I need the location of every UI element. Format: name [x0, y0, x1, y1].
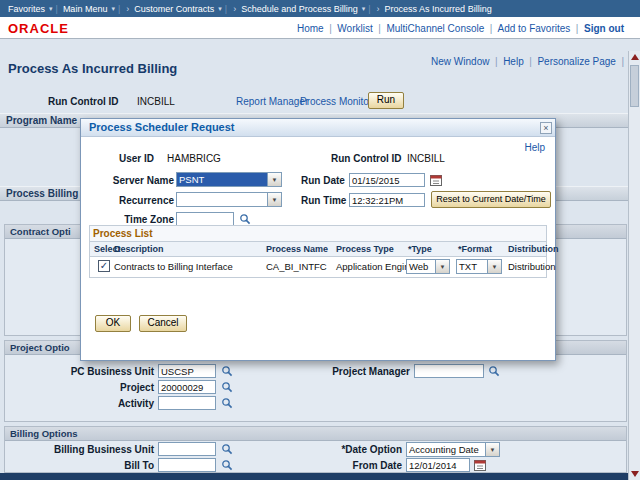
breadcrumb-separator: | [118, 4, 120, 14]
run-date-input[interactable] [349, 173, 425, 187]
page-title: Process As Incurred Billing [8, 61, 177, 76]
home-link[interactable]: Home [297, 23, 324, 34]
billing-business-unit-label: Billing Business Unit [36, 444, 154, 455]
row-format-select[interactable]: TXT ▼ [456, 259, 502, 274]
breadcrumb-separator: | [56, 4, 58, 14]
dropdown-arrow-icon: ▼ [267, 193, 281, 206]
run-button[interactable]: Run [368, 92, 404, 109]
bill-to-lookup-icon[interactable] [220, 458, 233, 471]
scroll-up-arrow-icon[interactable] [631, 54, 639, 60]
distribution-link[interactable]: Distribution [508, 261, 556, 272]
link-separator: | [573, 23, 581, 34]
sign-out-link[interactable]: Sign out [584, 23, 624, 34]
project-manager-label: Project Manager [330, 366, 410, 377]
breadcrumb-customer-contracts[interactable]: Customer Contracts [134, 4, 214, 14]
pc-business-unit-input[interactable] [158, 364, 216, 378]
pc-business-unit-lookup-icon[interactable] [220, 364, 233, 377]
report-manager-link[interactable]: Report Manager [236, 96, 308, 107]
row-process-type: Application Engine [336, 261, 415, 272]
process-list-row: Contracts to Billing Interface CA_BI_INT… [90, 257, 546, 277]
billing-business-unit-input[interactable] [158, 442, 216, 456]
row-type-select[interactable]: Web ▼ [406, 259, 450, 274]
screen: Favorites▾ | Main Menu▾ | › Customer Con… [0, 0, 640, 480]
breadcrumb-current-page: Process As Incurred Billing [385, 4, 492, 14]
breadcrumb-schedule-process-billing[interactable]: Schedule and Process Billing [241, 4, 358, 14]
time-zone-lookup-icon[interactable] [238, 212, 251, 225]
multichannel-console-link[interactable]: MultiChannel Console [386, 23, 484, 34]
run-time-label: Run Time [301, 195, 346, 206]
help-link[interactable]: Help [503, 56, 524, 67]
link-separator: | [487, 23, 495, 34]
dropdown-caret-icon: ▾ [49, 5, 53, 13]
run-date-label: Run Date [301, 175, 345, 186]
dialog-help-link[interactable]: Help [524, 142, 545, 153]
scrollbar-thumb[interactable] [630, 65, 639, 107]
breadcrumb-chevron-icon: › [126, 4, 129, 14]
process-scheduler-request-dialog: Process Scheduler Request × Help User ID… [80, 118, 556, 361]
reset-date-time-button[interactable]: Reset to Current Date/Time [431, 191, 551, 208]
dialog-run-control-id-label: Run Control ID [331, 153, 402, 164]
project-manager-lookup-icon[interactable] [487, 364, 500, 377]
col-description[interactable]: Description [114, 244, 164, 254]
col-process-name[interactable]: Process Name [266, 244, 328, 254]
pc-business-unit-label: PC Business Unit [36, 366, 154, 377]
breadcrumb-favorites[interactable]: Favorites [8, 4, 45, 14]
server-name-select[interactable]: PSNT ▼ [176, 172, 282, 187]
project-manager-input[interactable] [414, 364, 484, 378]
vertical-scrollbar[interactable] [628, 51, 640, 480]
dropdown-caret-icon: ▾ [362, 5, 366, 13]
personalize-page-link[interactable]: Personalize Page [537, 56, 615, 67]
from-date-calendar-icon[interactable] [473, 458, 486, 471]
run-time-input[interactable] [349, 193, 425, 207]
server-name-value: PSNT [177, 173, 267, 186]
dropdown-arrow-icon: ▼ [487, 260, 501, 273]
breadcrumb-main-menu[interactable]: Main Menu [63, 4, 108, 14]
breadcrumb-separator: | [368, 4, 370, 14]
from-date-label: From Date [322, 460, 402, 471]
select-checkbox[interactable] [98, 260, 110, 272]
activity-input[interactable] [158, 396, 216, 410]
breadcrumb: Favorites▾ | Main Menu▾ | › Customer Con… [0, 0, 640, 17]
bill-to-input[interactable] [158, 458, 216, 472]
time-zone-input[interactable] [176, 212, 234, 226]
dropdown-caret-icon: ▾ [111, 5, 115, 13]
ok-button[interactable]: OK [95, 315, 131, 332]
worklist-link[interactable]: Worklist [337, 23, 372, 34]
col-process-type[interactable]: Process Type [336, 244, 394, 254]
user-id-label: User ID [119, 153, 154, 164]
col-distribution[interactable]: Distribution [508, 244, 559, 254]
project-lookup-icon[interactable] [220, 380, 233, 393]
link-separator: | [492, 56, 500, 67]
link-separator: | [527, 56, 535, 67]
dropdown-arrow-icon: ▼ [435, 260, 449, 273]
recurrence-select[interactable]: ▼ [176, 192, 282, 207]
project-input[interactable] [158, 380, 216, 394]
dialog-title: Process Scheduler Request [89, 121, 235, 133]
page-utility-links: New Window | Help | Personalize Page | [431, 56, 624, 67]
header-links: Home | Worklist | MultiChannel Console |… [297, 23, 624, 34]
scroll-down-arrow-icon[interactable] [631, 471, 639, 477]
process-monitor-link[interactable]: Process Monitor [300, 96, 372, 107]
billing-business-unit-lookup-icon[interactable] [220, 442, 233, 455]
breadcrumb-chevron-icon: › [377, 4, 380, 14]
col-type[interactable]: *Type [408, 244, 432, 254]
row-description: Contracts to Billing Interface [114, 261, 233, 272]
breadcrumb-separator: | [225, 4, 227, 14]
run-date-calendar-icon[interactable] [429, 173, 442, 186]
add-to-favorites-link[interactable]: Add to Favorites [497, 23, 570, 34]
from-date-input[interactable] [406, 458, 470, 472]
run-control-id-label: Run Control ID [48, 96, 119, 107]
cancel-button[interactable]: Cancel [139, 315, 187, 332]
date-option-select[interactable]: Accounting Date ▼ [406, 442, 500, 457]
new-window-link[interactable]: New Window [431, 56, 489, 67]
group-billing-options-header: Billing Options [5, 427, 626, 441]
dropdown-arrow-icon: ▼ [485, 443, 499, 456]
close-icon[interactable]: × [540, 122, 552, 134]
user-id-value: HAMBRICG [167, 153, 221, 164]
col-format[interactable]: *Format [458, 244, 492, 254]
dialog-run-control-id-value: INCBILL [407, 153, 445, 164]
row-type-value: Web [407, 260, 435, 273]
activity-lookup-icon[interactable] [220, 396, 233, 409]
dialog-title-bar[interactable]: Process Scheduler Request [81, 119, 555, 137]
row-format-value: TXT [457, 260, 487, 273]
